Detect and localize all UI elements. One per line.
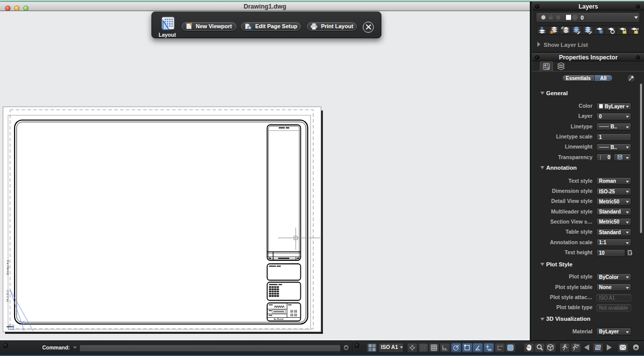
- prop-lineweight[interactable]: B..: [596, 144, 632, 151]
- prop-plot-attach: ISO A1: [596, 294, 632, 302]
- drawing-canvas: As Noted Drawing1.dwg 54.10.2013: [0, 11, 530, 340]
- lwt-toggle[interactable]: [505, 343, 516, 352]
- scrollbar: [640, 84, 642, 233]
- prop-material[interactable]: ByLayer: [596, 328, 632, 335]
- new-viewport-button[interactable]: New Viewport: [182, 22, 236, 31]
- prop-plot-type: Not available: [596, 304, 632, 312]
- prop-linetype[interactable]: B..: [596, 123, 632, 130]
- tab-layers[interactable]: [554, 61, 568, 72]
- dyn-input-toggle[interactable]: [495, 343, 505, 352]
- prop-linetype-scale[interactable]: 1: [596, 133, 632, 141]
- autocad-mac-layout-screen: As Noted Drawing1.dwg 54.10.2013 Drawing…: [0, 0, 644, 356]
- prop-color[interactable]: ByLayer: [596, 103, 632, 110]
- seg-essentials[interactable]: Essentials: [562, 75, 595, 82]
- layer-tools: [536, 26, 640, 35]
- print-layout-button[interactable]: Print Layout: [307, 22, 357, 31]
- section-annotation: Annotation: [540, 165, 644, 172]
- lt-del[interactable]: [548, 26, 559, 35]
- svg-text:Drawing1.dwg: Drawing1.dwg: [7, 260, 9, 275]
- essentials-all-toggle: Essentials All: [562, 75, 613, 82]
- match-properties[interactable]: [627, 74, 635, 83]
- layout-icon: [160, 17, 175, 31]
- section-3d: 3D Visualization: [540, 316, 644, 323]
- lt-lock[interactable]: [617, 26, 628, 35]
- otrack-toggle[interactable]: [484, 343, 494, 352]
- lt-edit1[interactable]: [571, 26, 583, 35]
- snap-toggle[interactable]: [407, 343, 418, 352]
- right-palette: Layers 0 Show Laye: [532, 2, 644, 340]
- section-general: General: [540, 90, 644, 97]
- edit-page-setup-button[interactable]: Edit Page Setup: [241, 22, 301, 31]
- polar-toggle[interactable]: [451, 343, 461, 352]
- svg-text:0: 0: [581, 15, 584, 21]
- lt-prev[interactable]: [559, 26, 571, 35]
- prop-anno-scale[interactable]: 1:1: [596, 239, 632, 246]
- layout-toolbar: Layout New Viewport Edit Page Setup Prin…: [151, 12, 381, 38]
- angle-toggle[interactable]: [472, 343, 483, 352]
- layout-view[interactable]: [593, 343, 603, 352]
- prev-layout[interactable]: [584, 344, 589, 350]
- prop-text-height-btn[interactable]: [626, 249, 633, 257]
- prop-detail-style[interactable]: Metric50: [596, 198, 632, 205]
- viewport-grid-icon: [368, 344, 376, 351]
- quick-view-layouts[interactable]: [571, 343, 581, 352]
- inspector-tabs: [532, 61, 644, 72]
- grid-toggle[interactable]: [418, 343, 429, 352]
- lt-unlock[interactable]: [628, 26, 639, 35]
- status-bar: ISO A1: [0, 340, 644, 354]
- svg-text:As Noted: As Noted: [274, 318, 284, 320]
- prop-transparency[interactable]: 0: [596, 154, 612, 161]
- layers-header: Layers: [532, 2, 644, 11]
- next-layout[interactable]: [607, 344, 612, 350]
- orbit-tool[interactable]: [545, 343, 556, 352]
- show-layer-list[interactable]: Show Layer List: [537, 42, 638, 50]
- quick-view-drawings[interactable]: [559, 343, 570, 352]
- lt-off[interactable]: [605, 26, 617, 35]
- grid-display-toggle[interactable]: [429, 343, 439, 352]
- ortho-toggle[interactable]: [440, 343, 450, 352]
- seg-all[interactable]: All: [595, 75, 612, 82]
- section-plot-style: Plot Style: [540, 261, 644, 268]
- prop-text-height[interactable]: 10: [596, 249, 625, 257]
- paper-size[interactable]: ISO A1: [381, 344, 398, 350]
- feedback[interactable]: [618, 343, 628, 352]
- lt-edit2[interactable]: [583, 26, 594, 35]
- title-bar: Drawing1.dwg: [0, 2, 530, 12]
- zoom-tool[interactable]: [534, 343, 545, 352]
- layer-select[interactable]: 0: [536, 12, 640, 23]
- prop-plot-table[interactable]: None: [596, 283, 632, 291]
- prop-plot-style[interactable]: ByColor: [596, 273, 632, 281]
- prop-table-style[interactable]: Standard: [596, 229, 632, 236]
- prop-mleader-style[interactable]: Standard: [596, 208, 632, 216]
- prop-dim-style[interactable]: ISO-25: [596, 188, 632, 195]
- prop-transparency-btn[interactable]: [613, 154, 631, 161]
- osnap-toggle[interactable]: [462, 343, 472, 352]
- status-expand[interactable]: [632, 344, 639, 351]
- lt-freeze[interactable]: [594, 26, 606, 35]
- prop-layer[interactable]: 0: [596, 113, 632, 120]
- svg-text:54.10.2013: 54.10.2013: [7, 290, 9, 302]
- window-title: Drawing1.dwg: [0, 2, 530, 11]
- prop-section-style[interactable]: Metric50: [596, 218, 632, 226]
- tab-properties[interactable]: [540, 61, 553, 72]
- lt-new[interactable]: [537, 26, 548, 35]
- close-toolbar-button[interactable]: [363, 22, 374, 33]
- properties-header: Properties Inspector: [532, 53, 644, 61]
- pan-tool[interactable]: [524, 343, 534, 352]
- prop-text-style[interactable]: Roman: [596, 177, 632, 185]
